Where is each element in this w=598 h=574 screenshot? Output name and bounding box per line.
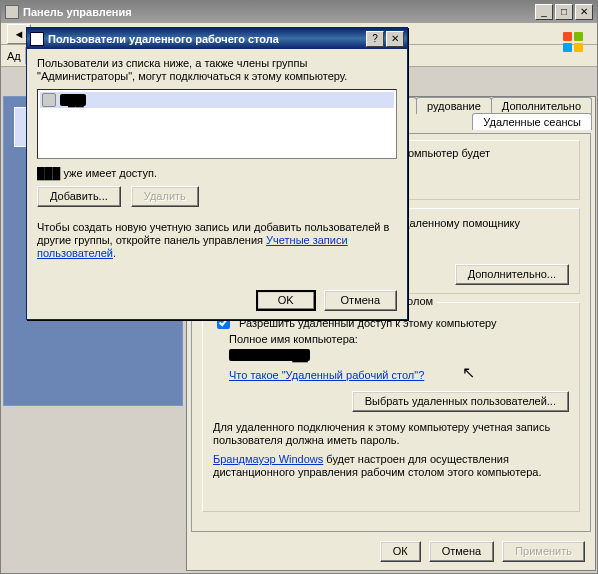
- whatis-link[interactable]: Что такое "Удаленный рабочий стол"?: [229, 369, 424, 381]
- dialog-titlebar[interactable]: Пользователи удаленного рабочего стола ?…: [27, 28, 407, 49]
- remote-users-dialog: Пользователи удаленного рабочего стола ?…: [26, 27, 408, 320]
- remove-button[interactable]: Удалить: [131, 186, 199, 207]
- dialog-ok-button[interactable]: OK: [256, 290, 316, 311]
- group-remote-desktop: олом Разрешить удаленный доступ к этому …: [202, 302, 580, 512]
- hint-text: Чтобы создать новую учетную запись или д…: [37, 221, 397, 260]
- note1: Для удаленного подключения к этому компь…: [213, 421, 569, 447]
- select-remote-users-button[interactable]: Выбрать удаленных пользователей...: [352, 391, 569, 412]
- tab-hardware[interactable]: рудование: [416, 97, 492, 114]
- minimize-button[interactable]: _: [535, 4, 553, 20]
- dialog-cancel-button[interactable]: Отмена: [324, 290, 397, 311]
- fullname-label: Полное имя компьютера:: [229, 333, 358, 345]
- list-item-label: g██: [60, 94, 86, 106]
- text-fragment: даленному помощнику: [403, 217, 520, 229]
- note2: Брандмауэр Windows будет настроен для ос…: [213, 453, 569, 479]
- hint-part-b: .: [113, 247, 116, 259]
- sysprop-button-row: ОК Отмена Применить: [380, 541, 585, 562]
- dialog-title: Пользователи удаленного рабочего стола: [48, 33, 364, 45]
- tab-advanced[interactable]: Дополнительно: [491, 97, 592, 114]
- dialog-icon: [30, 32, 44, 46]
- cancel-button[interactable]: Отмена: [429, 541, 494, 562]
- dialog-close-button[interactable]: ✕: [386, 31, 404, 47]
- group-title-fragment: олом: [403, 295, 437, 307]
- extra-button[interactable]: Дополнительно...: [455, 264, 569, 285]
- user-icon: [42, 93, 56, 107]
- text-fragment: компьютер будет: [403, 147, 490, 159]
- dialog-button-row: OK Отмена: [256, 290, 397, 311]
- dialog-description: Пользователи из списка ниже, а также чле…: [37, 57, 397, 83]
- computer-name: gtk-3704505██: [229, 349, 310, 361]
- users-listbox[interactable]: g██: [37, 89, 397, 159]
- maximize-button[interactable]: □: [555, 4, 573, 20]
- dialog-body: Пользователи из списка ниже, а также чле…: [27, 49, 407, 319]
- windows-logo: [553, 29, 593, 55]
- add-remove-row: Добавить... Удалить: [37, 186, 397, 207]
- add-button[interactable]: Добавить...: [37, 186, 121, 207]
- list-item[interactable]: g██: [40, 92, 394, 108]
- close-button[interactable]: ✕: [575, 4, 593, 20]
- parent-titlebar[interactable]: Панель управления _ □ ✕: [1, 1, 597, 23]
- firewall-link[interactable]: Брандмауэр Windows: [213, 453, 323, 465]
- ok-button[interactable]: ОК: [380, 541, 421, 562]
- help-button[interactable]: ?: [366, 31, 384, 47]
- apply-button[interactable]: Применить: [502, 541, 585, 562]
- parent-title: Панель управления: [23, 6, 533, 18]
- tab-remote-sessions[interactable]: Удаленные сеансы: [472, 113, 592, 130]
- titlebar-icon: [5, 5, 19, 19]
- address-label: Ад: [7, 50, 21, 62]
- already-has-access: ███ уже имеет доступ.: [37, 167, 397, 180]
